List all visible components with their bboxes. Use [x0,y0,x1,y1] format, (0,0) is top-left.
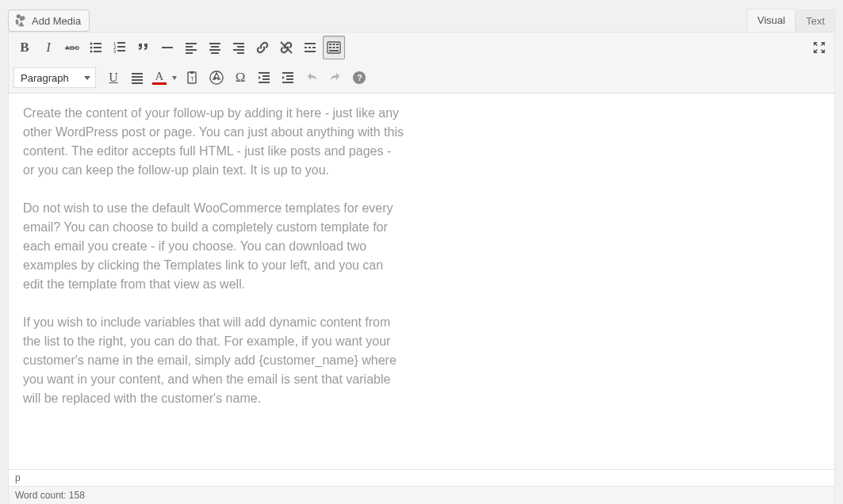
svg-rect-22 [233,43,244,44]
svg-rect-51 [282,72,293,74]
indent-button[interactable] [277,66,299,90]
svg-rect-19 [211,46,219,48]
tab-text[interactable]: Text [795,10,835,32]
tab-visual[interactable]: Visual [747,9,795,32]
media-icon [13,13,28,28]
help-button[interactable]: ? [348,66,370,90]
svg-rect-48 [262,75,270,77]
remove-link-button[interactable] [275,36,297,59]
svg-rect-25 [237,52,244,54]
svg-rect-39 [329,50,339,52]
align-center-button[interactable] [204,36,226,59]
svg-rect-38 [336,47,339,48]
svg-rect-13 [162,47,173,48]
format-select-label: Paragraph [21,72,69,84]
svg-rect-2 [94,43,102,44]
insert-more-button[interactable] [299,36,321,59]
editor-paragraph: Create the content of your follow-up by … [23,104,404,180]
svg-rect-27 [305,43,316,44]
bold-button[interactable]: B [13,36,36,59]
svg-rect-10 [117,46,125,48]
svg-rect-45 [190,71,194,74]
editor-paragraph: Do not wish to use the default WooCommer… [23,199,404,294]
align-justify-button[interactable] [126,66,148,90]
svg-rect-35 [336,44,339,45]
svg-rect-28 [305,47,307,48]
horizontal-rule-button[interactable] [156,36,178,59]
element-path[interactable]: p [8,469,835,487]
toolbar-toggle-button[interactable] [323,36,345,59]
outdent-button[interactable] [253,66,275,90]
svg-rect-24 [233,49,244,51]
svg-rect-29 [308,47,311,48]
svg-rect-50 [259,82,270,83]
editor-toolbar: B I ABC 123 [8,32,835,94]
svg-rect-4 [94,47,102,48]
blockquote-button[interactable] [132,36,155,59]
svg-rect-23 [237,46,244,48]
svg-rect-20 [209,49,220,51]
svg-rect-49 [262,78,270,80]
svg-point-5 [90,51,93,53]
format-select[interactable]: Paragraph [13,67,96,88]
svg-rect-52 [286,75,293,77]
special-character-button[interactable]: Ω [229,66,251,90]
undo-button[interactable] [301,66,323,90]
paste-as-text-button[interactable]: T [182,66,204,90]
svg-rect-34 [333,44,335,45]
svg-rect-17 [186,52,193,54]
bulleted-list-button[interactable] [85,36,107,59]
editor-content-area[interactable]: Create the content of your follow-up by … [8,94,835,470]
svg-rect-8 [117,42,125,44]
svg-rect-37 [333,47,335,48]
svg-rect-40 [132,73,143,74]
strikethrough-button[interactable]: ABC [61,36,83,59]
svg-point-1 [90,43,93,45]
svg-rect-47 [259,72,270,74]
svg-point-3 [90,47,93,49]
svg-rect-15 [186,46,193,48]
italic-button[interactable]: I [37,36,59,59]
svg-rect-14 [186,43,197,44]
svg-text:3: 3 [113,49,117,54]
svg-rect-12 [117,50,125,52]
svg-rect-30 [312,47,316,48]
svg-rect-6 [94,51,102,52]
svg-rect-18 [209,43,220,44]
text-color-dropdown[interactable] [169,67,180,88]
editor-tabs: Visual Text [747,8,835,32]
svg-rect-21 [211,52,219,54]
svg-rect-16 [186,49,197,51]
svg-text:?: ? [357,73,362,82]
svg-rect-33 [329,44,331,45]
redo-button[interactable] [324,66,347,90]
svg-rect-36 [329,47,331,48]
text-color-swatch [152,82,167,85]
align-right-button[interactable] [228,36,250,59]
svg-rect-54 [282,82,293,83]
clear-formatting-button[interactable] [205,66,228,90]
text-color-button[interactable]: A [150,66,180,90]
svg-text:T: T [190,75,194,82]
editor-paragraph: If you wish to include variables that wi… [23,313,404,408]
svg-rect-42 [132,79,143,81]
align-left-button[interactable] [180,36,202,59]
underline-button[interactable]: U [102,66,125,90]
svg-rect-31 [305,51,316,52]
svg-rect-43 [132,82,143,84]
fullscreen-button[interactable] [807,36,831,59]
svg-rect-53 [286,78,293,80]
add-media-button[interactable]: Add Media [8,10,90,32]
svg-rect-41 [132,76,143,78]
numbered-list-button[interactable]: 123 [109,36,131,59]
chevron-down-icon [84,76,90,80]
add-media-label: Add Media [32,15,81,27]
insert-link-button[interactable] [251,36,274,59]
word-count: Word count: 158 [8,487,835,504]
